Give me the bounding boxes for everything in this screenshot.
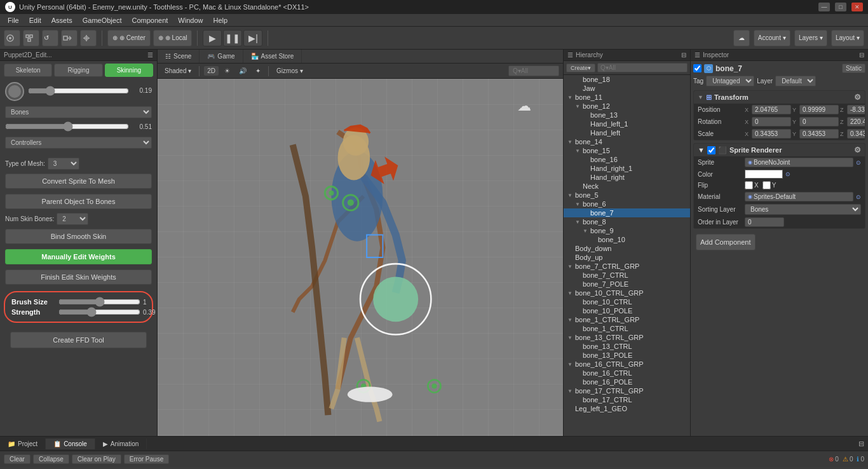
type-of-mesh-select[interactable]: 3	[48, 158, 79, 170]
layout-dropdown[interactable]: Layout ▾	[831, 30, 864, 46]
brush-size-slider[interactable]	[58, 297, 140, 306]
pause-button[interactable]: ❚❚	[223, 30, 242, 46]
cloud-button[interactable]: ☁	[733, 30, 750, 46]
hier-bone17ctrlgrp[interactable]: ▼ bone_17_CTRL_GRP	[564, 386, 690, 395]
layers-dropdown[interactable]: Layers ▾	[794, 30, 827, 46]
bottom-panel-menu-icon[interactable]: ⊟	[855, 438, 868, 450]
layer-select[interactable]: Default	[775, 76, 816, 86]
hier-bone7pole[interactable]: bone_7_POLE	[564, 280, 690, 289]
hier-bone1ctrl[interactable]: bone_1_CTRL	[564, 324, 690, 333]
slider1-input[interactable]	[28, 86, 129, 95]
rot-z-input[interactable]	[847, 117, 865, 126]
finish-edit-button[interactable]: Finish Edit Skin Weights	[5, 269, 152, 285]
tag-select[interactable]: Untagged	[706, 76, 754, 86]
hier-bone8[interactable]: ▼ bone_8	[564, 217, 690, 226]
menu-window[interactable]: Window	[173, 15, 208, 25]
scene-viewport[interactable]: ☁	[158, 79, 563, 436]
bottom-tab-console[interactable]: 📋 Console	[46, 438, 95, 449]
menu-gameobject[interactable]: GameObject	[78, 15, 127, 25]
parent-object-button[interactable]: Parent Object To Bones	[5, 194, 152, 209]
local-button[interactable]: ⊕ ⊕ Local	[153, 30, 193, 46]
hier-bone10ctrlgrp[interactable]: ▼ bone_10_CTRL_GRP	[564, 289, 690, 297]
collapse-button[interactable]: Collapse	[33, 454, 69, 464]
tab-skinning[interactable]: Skinning	[105, 64, 153, 77]
scene-tab-scene[interactable]: ☷ Scene	[158, 50, 200, 63]
color-link-icon[interactable]: ⊙	[785, 171, 790, 177]
menu-edit[interactable]: Edit	[24, 15, 46, 25]
transform-settings-icon[interactable]: ⚙	[854, 93, 861, 102]
toolbar-icon-5[interactable]	[80, 30, 97, 46]
hier-bone16ctrl[interactable]: bone_16_CTRL	[564, 369, 690, 377]
bones-select[interactable]: Bones	[5, 106, 152, 118]
obj-active-checkbox[interactable]	[693, 64, 702, 72]
hier-bone14[interactable]: ▼ bone_14	[564, 137, 690, 146]
panel-menu-icon[interactable]: ☰	[147, 51, 153, 58]
minimize-button[interactable]: —	[818, 3, 830, 11]
slider2-input[interactable]	[5, 122, 129, 131]
hier-neck[interactable]: Neck	[564, 182, 690, 191]
num-skin-bones-select[interactable]: 2	[57, 213, 88, 225]
scene-tab-game[interactable]: 🎮 Game	[200, 50, 243, 63]
hier-handleft1[interactable]: Hand_left_1	[564, 119, 690, 128]
hier-bodyup[interactable]: Body_up	[564, 253, 690, 262]
hier-bone9[interactable]: ▼ bone_9	[564, 226, 690, 235]
hier-bone16pole[interactable]: bone_16_POLE	[564, 377, 690, 386]
hier-bone5[interactable]: ▼ bone_5	[564, 191, 690, 200]
step-button[interactable]: ▶|	[243, 30, 262, 46]
hier-bone1ctrlgrp[interactable]: ▼ bone_1_CTRL_GRP	[564, 315, 690, 324]
hier-bone10[interactable]: bone_10	[564, 235, 690, 244]
rot-y-input[interactable]	[799, 117, 839, 126]
pos-z-input[interactable]	[847, 105, 865, 114]
hierarchy-search-input[interactable]	[597, 63, 688, 72]
strength-slider[interactable]	[58, 308, 140, 316]
flip-y-checkbox[interactable]	[763, 181, 771, 189]
pos-y-input[interactable]	[799, 105, 839, 114]
add-component-button[interactable]: Add Component	[696, 234, 756, 250]
shaded-dropdown[interactable]: Shaded ▾	[161, 66, 194, 76]
maximize-button[interactable]: □	[835, 3, 846, 11]
inspector-menu-icon[interactable]: ⊟	[859, 51, 864, 58]
lights-button[interactable]: ☀	[221, 66, 233, 76]
fx-button[interactable]: ✦	[252, 66, 264, 76]
toolbar-refresh[interactable]: ↺	[42, 30, 58, 46]
transform-header[interactable]: ▼ ⊞ Transform ⚙	[694, 91, 865, 104]
hier-bone6[interactable]: ▼ bone_6	[564, 200, 690, 208]
color-swatch[interactable]	[745, 170, 783, 179]
hier-bone11[interactable]: ▼ bone_11	[564, 93, 690, 102]
rot-x-input[interactable]	[752, 117, 791, 126]
controllers-select[interactable]: Controllers	[5, 137, 152, 149]
center-button[interactable]: ⊕ ⊕ Center	[107, 30, 151, 46]
gizmos-button[interactable]: Gizmos ▾	[273, 66, 306, 76]
clear-button[interactable]: Clear	[4, 454, 31, 464]
account-dropdown[interactable]: Account ▾	[754, 30, 790, 46]
menu-file[interactable]: File	[3, 15, 24, 25]
hierarchy-create-button[interactable]: Create▾	[566, 64, 595, 72]
toolbar-icon-4[interactable]	[61, 30, 78, 46]
hier-bone10pole[interactable]: bone_10_POLE	[564, 306, 690, 315]
toolbar-icon-1[interactable]	[4, 30, 20, 46]
toolbar-icon-2[interactable]	[23, 30, 39, 46]
hier-bone18[interactable]: bone_18	[564, 75, 690, 84]
hier-handleft[interactable]: Hand_left	[564, 128, 690, 137]
sprite-renderer-header[interactable]: ▼ ⬛ Sprite Renderer ⚙	[694, 144, 865, 156]
tab-skeleton[interactable]: Skeleton	[4, 64, 52, 77]
scale-y-input[interactable]	[799, 129, 839, 139]
sprite-renderer-settings-icon[interactable]: ⚙	[854, 146, 861, 154]
play-button[interactable]: ▶	[203, 30, 222, 46]
hier-bone17ctrl[interactable]: bone_17_CTRL	[564, 395, 690, 404]
hier-handright[interactable]: Hand_right	[564, 173, 690, 182]
sprite-link-icon[interactable]: ⊙	[856, 160, 861, 166]
scene-search-input[interactable]	[508, 65, 559, 76]
hier-bone15[interactable]: ▼ bone_15	[564, 146, 690, 155]
manually-edit-button[interactable]: Manually Edit Weights	[5, 249, 152, 264]
hier-bone12[interactable]: ▼ bone_12	[564, 102, 690, 111]
error-pause-button[interactable]: Error Pause	[124, 454, 169, 464]
hier-handright1[interactable]: Hand_right_1	[564, 164, 690, 173]
close-button[interactable]: ✕	[851, 3, 863, 11]
hier-bone10ctrl[interactable]: bone_10_CTRL	[564, 297, 690, 306]
clear-on-play-button[interactable]: Clear on Play	[72, 454, 121, 464]
create-ffd-button[interactable]: Create FFD Tool	[10, 332, 147, 348]
pos-x-input[interactable]	[752, 105, 791, 114]
hier-bone13ctrl[interactable]: bone_13_CTRL	[564, 342, 690, 351]
hier-bone13[interactable]: bone_13	[564, 111, 690, 119]
